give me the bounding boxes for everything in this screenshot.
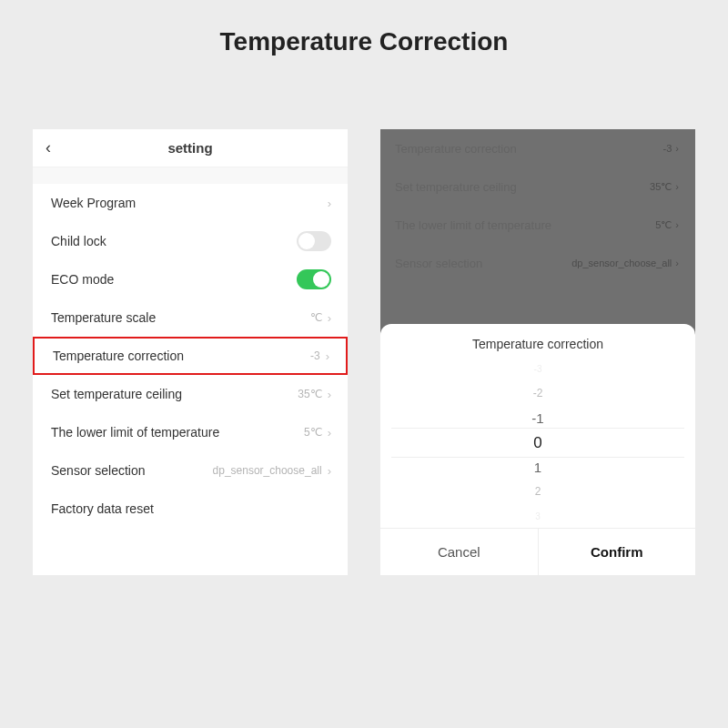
picker-option[interactable]: -1 (380, 406, 695, 430)
value: dp_sensor_choose_all (213, 464, 322, 477)
row-temp-scale[interactable]: Temperature scale ℃› (33, 298, 348, 337)
value: ℃ (310, 311, 322, 324)
label: Set temperature ceiling (51, 387, 182, 401)
value: 35℃ (298, 388, 321, 400)
label: Factory data reset (51, 501, 154, 516)
settings-screen: ‹ setting Week Program › Child lock ECO … (33, 129, 348, 575)
label: ECO mode (51, 272, 114, 287)
label: The lower limit of temperature (51, 425, 219, 440)
picker-option-selected[interactable]: 0 (380, 430, 695, 455)
cancel-button[interactable]: Cancel (380, 529, 539, 575)
value: -3 (310, 349, 320, 362)
chevron-right-icon: › (328, 311, 331, 325)
section-gap (33, 167, 348, 184)
picker-option[interactable]: 2 (380, 480, 695, 504)
row-week-program[interactable]: Week Program › (33, 184, 348, 222)
chevron-right-icon: › (326, 349, 329, 363)
chevron-right-icon: › (328, 464, 331, 478)
value: 5℃ (304, 426, 322, 439)
picker-sheet: Temperature correction -3 -2 -1 0 1 2 3 … (380, 324, 695, 575)
row-sensor-selection[interactable]: Sensor selection dp_sensor_choose_all› (33, 451, 348, 490)
picker-option[interactable]: 3 (380, 504, 695, 529)
label: Child lock (51, 234, 106, 248)
row-factory-reset[interactable]: Factory data reset (33, 490, 348, 528)
picker-screen: Temperature correction-3› Set temperatur… (380, 129, 695, 575)
row-temp-floor[interactable]: The lower limit of temperature 5℃› (33, 413, 348, 451)
child-lock-toggle[interactable] (297, 231, 331, 251)
label: Week Program (51, 196, 136, 210)
row-temp-correction[interactable]: Temperature correction -3› (33, 337, 348, 375)
label: Temperature scale (51, 310, 156, 325)
picker-option[interactable]: -2 (380, 381, 695, 406)
settings-title: setting (167, 140, 212, 156)
row-eco-mode[interactable]: ECO mode (33, 260, 348, 298)
picker-option[interactable]: 1 (380, 455, 695, 480)
chevron-right-icon: › (328, 197, 331, 210)
chevron-right-icon: › (328, 426, 331, 440)
picker-title: Temperature correction (380, 337, 695, 351)
row-temp-ceiling[interactable]: Set temperature ceiling 35℃› (33, 375, 348, 413)
label: Sensor selection (51, 463, 146, 478)
picker-option[interactable]: -3 (380, 357, 695, 381)
confirm-button[interactable]: Confirm (539, 529, 696, 575)
back-icon[interactable]: ‹ (46, 138, 51, 157)
chevron-right-icon: › (328, 388, 331, 401)
page-title: Temperature Correction (0, 0, 728, 93)
settings-topbar: ‹ setting (33, 129, 348, 167)
row-child-lock[interactable]: Child lock (33, 222, 348, 260)
value-picker-wheel[interactable]: -3 -2 -1 0 1 2 3 (380, 357, 695, 528)
eco-mode-toggle[interactable] (297, 269, 331, 289)
label: Temperature correction (53, 349, 184, 363)
